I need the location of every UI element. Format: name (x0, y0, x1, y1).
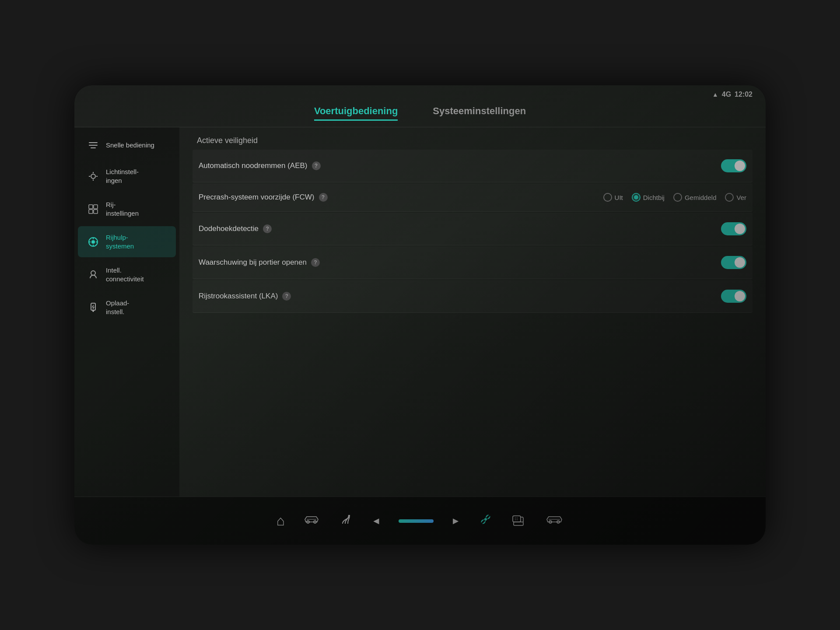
charging-icon (87, 301, 100, 314)
svg-point-3 (91, 174, 95, 178)
tab-voertuigbediening[interactable]: Voertuigbediening (314, 105, 398, 121)
fcw-radio-ver (725, 193, 734, 202)
home-icon: ⌂ (276, 513, 285, 529)
setting-row-fcw: Precrash-systeem voorzijde (FCW) ? UIt D… (192, 183, 752, 212)
sidebar-label-licht: Lichtinstell-ingen (106, 168, 139, 185)
connectivity-icon (87, 268, 100, 281)
sidebar: Snelle bediening Lichtinstell-ingen (74, 127, 179, 497)
sidebar-label-snelle: Snelle bediening (106, 141, 154, 150)
portier-toggle[interactable] (721, 256, 746, 269)
svg-rect-0 (89, 142, 98, 143)
fcw-option-gemiddeld[interactable]: Gemiddeld (673, 193, 717, 202)
temp-bar (399, 519, 434, 523)
sidebar-item-oplaad[interactable]: Oplaad-instell. (78, 292, 176, 323)
home-button[interactable]: ⌂ (276, 513, 285, 529)
lka-toggle[interactable] (721, 290, 746, 303)
sidebar-label-intell: Intell.connectiviteit (106, 266, 144, 283)
fcw-option-uit[interactable]: UIt (603, 193, 623, 202)
seat-heat-button[interactable] (511, 511, 528, 530)
fcw-radio-dichtbij (632, 193, 640, 202)
sidebar-item-licht[interactable]: Lichtinstell-ingen (78, 161, 176, 192)
network-label: 4G (722, 91, 731, 98)
setting-row-dodehoek: Dodehoekdetectie ? (192, 213, 752, 245)
car-icon (302, 513, 321, 528)
car-button[interactable] (302, 513, 321, 528)
fcw-label-dichtbij: Dichtbij (643, 194, 665, 201)
portier-help-icon[interactable]: ? (311, 258, 320, 267)
svg-rect-11 (94, 210, 98, 214)
drive-settings-icon (87, 203, 100, 216)
sidebar-item-rij[interactable]: Rij-instellingen (78, 193, 176, 224)
fcw-radio-uit (603, 193, 612, 202)
fcw-label-ver: Ver (736, 194, 746, 201)
tab-bar: Voertuigbediening Systeeminstellingen (74, 101, 766, 127)
car-back-button[interactable] (545, 513, 564, 528)
fcw-setting-left: Precrash-systeem voorzijde (FCW) ? (199, 193, 603, 202)
fan-icon (478, 511, 494, 530)
svg-rect-8 (89, 205, 93, 209)
svg-rect-1 (89, 145, 98, 146)
fcw-label-uit: UIt (615, 194, 623, 201)
heat-button[interactable] (338, 511, 354, 530)
svg-rect-9 (94, 205, 98, 209)
time-label: 12:02 (735, 91, 752, 98)
car-back-icon (545, 513, 564, 528)
aeb-label: Automatisch noodremmen (AEB) (199, 161, 308, 170)
setting-row-lka: Rijstrookassistent (LKA) ? (192, 280, 752, 313)
sidebar-label-rij: Rij-instellingen (106, 200, 139, 217)
svg-point-25 (484, 518, 487, 521)
fcw-radio-gemiddeld (673, 193, 682, 202)
main-content: Snelle bediening Lichtinstell-ingen (74, 127, 766, 497)
status-bar: ▲ 4G 12:02 (74, 85, 766, 101)
sidebar-label-rijhulp: Rijhulp-systemen (106, 233, 134, 250)
aeb-setting-left: Automatisch noodremmen (AEB) ? (199, 161, 721, 170)
dodehoek-toggle[interactable] (721, 222, 746, 235)
setting-row-portier: Waarschuwing bij portier openen ? (192, 246, 752, 279)
quick-control-icon (87, 139, 100, 152)
fcw-option-ver[interactable]: Ver (725, 193, 746, 202)
rijhulp-icon (87, 235, 100, 248)
settings-panel: Actieve veiligheid Automatisch noodremme… (179, 127, 766, 497)
light-icon (87, 170, 100, 183)
tab-systeeminstellingen[interactable]: Systeeminstellingen (433, 105, 526, 121)
svg-rect-27 (514, 522, 523, 525)
svg-rect-2 (91, 147, 96, 148)
dodehoek-label: Dodehoekdetectie (199, 224, 259, 233)
temp-up-button[interactable]: ► (451, 515, 461, 527)
setting-row-aeb: Automatisch noodremmen (AEB) ? (192, 150, 752, 182)
fcw-help-icon[interactable]: ? (319, 193, 328, 202)
lka-setting-left: Rijstrookassistent (LKA) ? (199, 292, 721, 301)
svg-rect-10 (89, 210, 93, 214)
svg-point-18 (91, 271, 95, 275)
portier-label: Waarschuwing bij portier openen (199, 258, 307, 267)
svg-rect-26 (513, 516, 521, 522)
fcw-label-gemiddeld: Gemiddeld (685, 194, 717, 201)
temp-bar-display (399, 519, 434, 523)
sidebar-label-oplaad: Oplaad-instell. (106, 299, 129, 316)
sidebar-item-rijhulp[interactable]: Rijhulp-systemen (78, 226, 176, 257)
temp-up-icon: ► (451, 515, 461, 527)
fcw-label: Precrash-systeem voorzijde (FCW) (199, 193, 315, 202)
section-title: Actieve veiligheid (192, 136, 752, 145)
heat-icon (338, 511, 354, 530)
fcw-option-dichtbij[interactable]: Dichtbij (632, 193, 665, 202)
car-screen: ▲ 4G 12:02 Voertuigbediening Systeeminst… (74, 85, 766, 545)
seat-heat-icon (511, 511, 528, 530)
portier-setting-left: Waarschuwing bij portier openen ? (199, 258, 721, 267)
lka-label: Rijstrookassistent (LKA) (199, 292, 278, 301)
temp-down-icon: ◄ (371, 515, 381, 527)
svg-point-13 (91, 240, 95, 244)
sidebar-item-snelle[interactable]: Snelle bediening (78, 132, 176, 159)
dodehoek-help-icon[interactable]: ? (263, 224, 272, 233)
dodehoek-setting-left: Dodehoekdetectie ? (199, 224, 721, 233)
lka-help-icon[interactable]: ? (282, 292, 291, 301)
bottom-bar: ⌂ (74, 497, 766, 545)
temp-down-button[interactable]: ◄ (371, 515, 381, 527)
fcw-radio-group: UIt Dichtbij Gemiddeld Ver (603, 193, 746, 202)
sidebar-item-intell[interactable]: Intell.connectiviteit (78, 259, 176, 290)
aeb-toggle[interactable] (721, 159, 746, 172)
fan-button[interactable] (478, 511, 494, 530)
aeb-help-icon[interactable]: ? (312, 161, 321, 170)
signal-icon: ▲ (712, 91, 718, 98)
